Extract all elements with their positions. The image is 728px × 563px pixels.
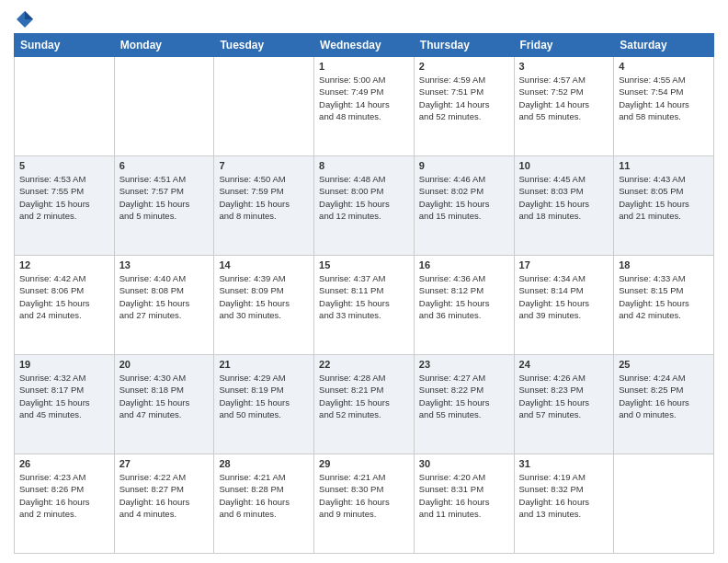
calendar-cell: 15Sunrise: 4:37 AM Sunset: 8:11 PM Dayli… — [314, 256, 415, 355]
calendar-cell: 24Sunrise: 4:26 AM Sunset: 8:23 PM Dayli… — [514, 355, 614, 454]
svg-marker-1 — [25, 11, 33, 19]
calendar-week-row: 26Sunrise: 4:23 AM Sunset: 8:26 PM Dayli… — [15, 454, 714, 554]
day-header-monday: Monday — [114, 34, 214, 57]
calendar-cell — [614, 454, 714, 554]
calendar-week-row: 19Sunrise: 4:32 AM Sunset: 8:17 PM Dayli… — [15, 355, 714, 454]
day-number: 7 — [219, 160, 309, 171]
calendar-week-row: 5Sunrise: 4:53 AM Sunset: 7:55 PM Daylig… — [15, 156, 714, 256]
calendar-cell: 29Sunrise: 4:21 AM Sunset: 8:30 PM Dayli… — [314, 454, 415, 554]
calendar-cell: 31Sunrise: 4:19 AM Sunset: 8:32 PM Dayli… — [514, 454, 614, 554]
day-info: Sunrise: 4:34 AM Sunset: 8:14 PM Dayligh… — [519, 272, 609, 321]
day-info: Sunrise: 4:48 AM Sunset: 8:00 PM Dayligh… — [319, 173, 409, 222]
day-header-saturday: Saturday — [614, 34, 714, 57]
calendar-cell: 18Sunrise: 4:33 AM Sunset: 8:15 PM Dayli… — [614, 256, 714, 355]
day-number: 17 — [519, 259, 609, 270]
calendar-cell: 23Sunrise: 4:27 AM Sunset: 8:22 PM Dayli… — [414, 355, 514, 454]
day-number: 13 — [119, 259, 210, 270]
day-number: 15 — [319, 259, 409, 270]
calendar-cell: 14Sunrise: 4:39 AM Sunset: 8:09 PM Dayli… — [214, 256, 314, 355]
day-number: 21 — [219, 359, 309, 370]
day-info: Sunrise: 4:26 AM Sunset: 8:23 PM Dayligh… — [519, 372, 609, 420]
day-info: Sunrise: 4:43 AM Sunset: 8:05 PM Dayligh… — [619, 173, 709, 222]
day-info: Sunrise: 4:55 AM Sunset: 7:54 PM Dayligh… — [619, 74, 709, 122]
day-info: Sunrise: 4:24 AM Sunset: 8:25 PM Dayligh… — [619, 372, 709, 420]
day-number: 16 — [419, 259, 509, 270]
calendar-cell: 28Sunrise: 4:21 AM Sunset: 8:28 PM Dayli… — [214, 454, 314, 554]
calendar-cell: 2Sunrise: 4:59 AM Sunset: 7:51 PM Daylig… — [414, 57, 514, 156]
day-number: 18 — [619, 259, 709, 270]
calendar-cell: 30Sunrise: 4:20 AM Sunset: 8:31 PM Dayli… — [414, 454, 514, 554]
day-number: 26 — [19, 458, 109, 469]
day-header-friday: Friday — [514, 34, 614, 57]
day-number: 11 — [619, 160, 709, 171]
calendar-cell — [114, 57, 214, 156]
day-header-wednesday: Wednesday — [314, 34, 415, 57]
calendar-header-row: SundayMondayTuesdayWednesdayThursdayFrid… — [15, 34, 714, 57]
day-info: Sunrise: 4:40 AM Sunset: 8:08 PM Dayligh… — [119, 272, 210, 321]
day-number: 12 — [19, 259, 109, 270]
calendar-cell: 22Sunrise: 4:28 AM Sunset: 8:21 PM Dayli… — [314, 355, 415, 454]
calendar-cell: 25Sunrise: 4:24 AM Sunset: 8:25 PM Dayli… — [614, 355, 714, 454]
calendar-cell: 21Sunrise: 4:29 AM Sunset: 8:19 PM Dayli… — [214, 355, 314, 454]
calendar-cell: 17Sunrise: 4:34 AM Sunset: 8:14 PM Dayli… — [514, 256, 614, 355]
day-number: 25 — [619, 359, 709, 370]
day-info: Sunrise: 4:33 AM Sunset: 8:15 PM Dayligh… — [619, 272, 709, 321]
calendar-cell: 10Sunrise: 4:45 AM Sunset: 8:03 PM Dayli… — [514, 156, 614, 256]
calendar: SundayMondayTuesdayWednesdayThursdayFrid… — [14, 33, 714, 554]
calendar-cell: 5Sunrise: 4:53 AM Sunset: 7:55 PM Daylig… — [15, 156, 115, 256]
day-info: Sunrise: 4:45 AM Sunset: 8:03 PM Dayligh… — [519, 173, 609, 222]
day-info: Sunrise: 4:57 AM Sunset: 7:52 PM Dayligh… — [519, 74, 609, 122]
calendar-cell: 6Sunrise: 4:51 AM Sunset: 7:57 PM Daylig… — [114, 156, 214, 256]
day-info: Sunrise: 4:23 AM Sunset: 8:26 PM Dayligh… — [19, 471, 109, 520]
day-info: Sunrise: 4:53 AM Sunset: 7:55 PM Dayligh… — [19, 173, 109, 222]
day-number: 8 — [319, 160, 409, 171]
day-number: 31 — [519, 458, 609, 469]
day-info: Sunrise: 4:59 AM Sunset: 7:51 PM Dayligh… — [419, 74, 509, 122]
day-header-thursday: Thursday — [414, 34, 514, 57]
calendar-table: SundayMondayTuesdayWednesdayThursdayFrid… — [14, 33, 714, 554]
calendar-week-row: 1Sunrise: 5:00 AM Sunset: 7:49 PM Daylig… — [15, 57, 714, 156]
calendar-cell: 1Sunrise: 5:00 AM Sunset: 7:49 PM Daylig… — [314, 57, 415, 156]
day-number: 30 — [419, 458, 509, 469]
day-header-sunday: Sunday — [15, 34, 115, 57]
day-info: Sunrise: 4:29 AM Sunset: 8:19 PM Dayligh… — [219, 372, 309, 420]
calendar-week-row: 12Sunrise: 4:42 AM Sunset: 8:06 PM Dayli… — [15, 256, 714, 355]
calendar-cell: 4Sunrise: 4:55 AM Sunset: 7:54 PM Daylig… — [614, 57, 714, 156]
day-info: Sunrise: 4:28 AM Sunset: 8:21 PM Dayligh… — [319, 372, 409, 420]
calendar-cell: 3Sunrise: 4:57 AM Sunset: 7:52 PM Daylig… — [514, 57, 614, 156]
calendar-cell: 8Sunrise: 4:48 AM Sunset: 8:00 PM Daylig… — [314, 156, 415, 256]
calendar-cell: 11Sunrise: 4:43 AM Sunset: 8:05 PM Dayli… — [614, 156, 714, 256]
day-info: Sunrise: 4:21 AM Sunset: 8:28 PM Dayligh… — [219, 471, 309, 520]
calendar-cell — [15, 57, 115, 156]
day-number: 19 — [19, 359, 109, 370]
day-info: Sunrise: 4:32 AM Sunset: 8:17 PM Dayligh… — [19, 372, 109, 420]
day-number: 29 — [319, 458, 409, 469]
day-number: 28 — [219, 458, 309, 469]
calendar-cell: 7Sunrise: 4:50 AM Sunset: 7:59 PM Daylig… — [214, 156, 314, 256]
header — [14, 9, 714, 26]
day-number: 22 — [319, 359, 409, 370]
logo — [14, 9, 36, 26]
day-number: 9 — [419, 160, 509, 171]
calendar-cell — [214, 57, 314, 156]
day-number: 20 — [119, 359, 210, 370]
calendar-cell: 16Sunrise: 4:36 AM Sunset: 8:12 PM Dayli… — [414, 256, 514, 355]
day-info: Sunrise: 4:39 AM Sunset: 8:09 PM Dayligh… — [219, 272, 309, 321]
day-number: 27 — [119, 458, 210, 469]
day-number: 2 — [419, 61, 509, 72]
day-number: 24 — [519, 359, 609, 370]
day-number: 6 — [119, 160, 210, 171]
day-number: 4 — [619, 61, 709, 72]
calendar-cell: 9Sunrise: 4:46 AM Sunset: 8:02 PM Daylig… — [414, 156, 514, 256]
day-info: Sunrise: 4:30 AM Sunset: 8:18 PM Dayligh… — [119, 372, 210, 420]
calendar-cell: 20Sunrise: 4:30 AM Sunset: 8:18 PM Dayli… — [114, 355, 214, 454]
calendar-cell: 27Sunrise: 4:22 AM Sunset: 8:27 PM Dayli… — [114, 454, 214, 554]
day-number: 3 — [519, 61, 609, 72]
day-info: Sunrise: 4:19 AM Sunset: 8:32 PM Dayligh… — [519, 471, 609, 520]
calendar-cell: 26Sunrise: 4:23 AM Sunset: 8:26 PM Dayli… — [15, 454, 115, 554]
calendar-cell: 12Sunrise: 4:42 AM Sunset: 8:06 PM Dayli… — [15, 256, 115, 355]
day-number: 1 — [319, 61, 409, 72]
day-header-tuesday: Tuesday — [214, 34, 314, 57]
day-info: Sunrise: 4:36 AM Sunset: 8:12 PM Dayligh… — [419, 272, 509, 321]
logo-flag-icon — [15, 9, 35, 29]
